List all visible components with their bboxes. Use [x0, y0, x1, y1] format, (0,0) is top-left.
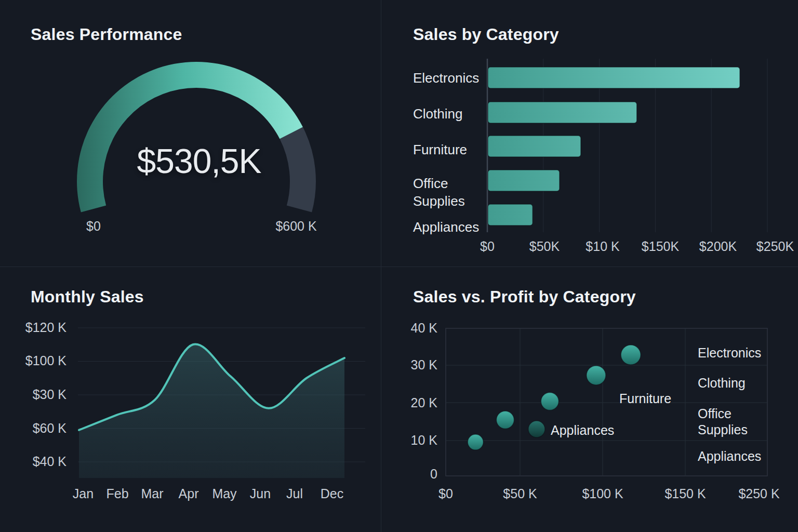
area-chart: [78, 328, 365, 478]
area-x-tick-may: May: [212, 486, 236, 501]
area-x-tick-jul: Jul: [286, 486, 303, 501]
bar-x-tick-3: $150K: [642, 239, 679, 254]
bar-appliances: [488, 204, 533, 225]
bar-x-tick-5: $250K: [756, 239, 794, 254]
area-fill: [79, 344, 344, 478]
area-x-tick-jan: Jan: [73, 486, 94, 501]
bar-clothing: [488, 102, 637, 123]
scatter-point-2: [528, 421, 545, 437]
bar-category-furniture: Furniture: [413, 141, 467, 158]
bar-chart: [487, 59, 767, 232]
scatter-legend-office-supplies: Office Supplies: [698, 406, 770, 438]
bar-x-tick-4: $200K: [699, 239, 737, 254]
area-y-tick-1: $100 K: [9, 353, 66, 368]
scatter-point-1: [496, 411, 514, 429]
bar-furniture: [488, 136, 581, 157]
scatter-point-3: [541, 392, 558, 410]
area-x-tick-feb: Feb: [106, 486, 128, 501]
area-x-tick-dec: Dec: [321, 486, 343, 501]
area-x-tick-mar: Mar: [141, 486, 163, 501]
area-card-title: Monthly Sales: [31, 287, 144, 307]
scatter-x-tick-0: $0: [438, 486, 453, 501]
bar-office-supplies: [488, 170, 560, 191]
scatter-x-tick-4: $250 K: [738, 486, 779, 501]
scatter-legend-electronics: Electronics: [698, 345, 761, 361]
bar-x-tick-2: $10 K: [586, 239, 619, 254]
gauge-fill-arc: [77, 62, 303, 212]
bar-card-title: Sales by Category: [413, 25, 559, 44]
bar-x-tick-1: $50K: [529, 239, 560, 254]
scatter-legend-appliances: Appliances: [698, 448, 761, 464]
bar-x-tick-0: $0: [480, 239, 495, 254]
area-y-tick-2: $30 K: [9, 387, 66, 402]
scatter-annotation-appliances: Appliances: [551, 423, 614, 438]
gauge-card-title: Sales Performance: [31, 25, 182, 44]
scatter-y-tick-2: 20 K: [385, 395, 437, 410]
scatter-y-tick-3: 10 K: [385, 433, 437, 448]
area-x-tick-apr: Apr: [179, 486, 199, 501]
scatter-x-tick-1: $50 K: [503, 486, 537, 501]
gauge-chart: [77, 62, 316, 212]
scatter-card-title: Sales vs. Profit by Category: [413, 287, 636, 307]
scatter-y-tick-4: 0: [385, 467, 437, 482]
charts-canvas: [0, 0, 798, 532]
area-y-tick-3: $60 K: [9, 421, 66, 436]
bar-category-clothing: Clothing: [413, 105, 462, 123]
scatter-y-tick-0: 40 K: [385, 321, 437, 336]
scatter-y-tick-1: 30 K: [385, 357, 437, 373]
area-y-tick-0: $120 K: [9, 320, 66, 335]
scatter-x-tick-2: $100 K: [582, 486, 623, 501]
area-y-tick-4: $40 K: [9, 454, 66, 469]
gauge-track: [280, 127, 316, 212]
bar-electronics: [488, 67, 740, 88]
dashboard: Sales Performance $530,5K $0 $600 K Sale…: [0, 0, 798, 532]
scatter-legend-clothing: Clothing: [698, 375, 746, 391]
scatter-annotation-furniture: Furniture: [619, 391, 671, 406]
scatter-point-4: [587, 366, 606, 385]
gauge-value: $530,5K: [137, 141, 261, 181]
scatter-point-5: [621, 345, 641, 365]
gauge-max-label: $600 K: [275, 219, 316, 234]
bar-category-office-supplies: Office Supplies: [413, 175, 481, 210]
gauge-min-label: $0: [86, 219, 101, 234]
bar-category-electronics: Electronics: [413, 69, 479, 87]
scatter-point-0: [468, 434, 483, 450]
area-x-tick-jun: Jun: [250, 486, 271, 501]
bar-category-appliances: Appliances: [413, 218, 479, 236]
scatter-x-tick-3: $150 K: [664, 486, 706, 501]
